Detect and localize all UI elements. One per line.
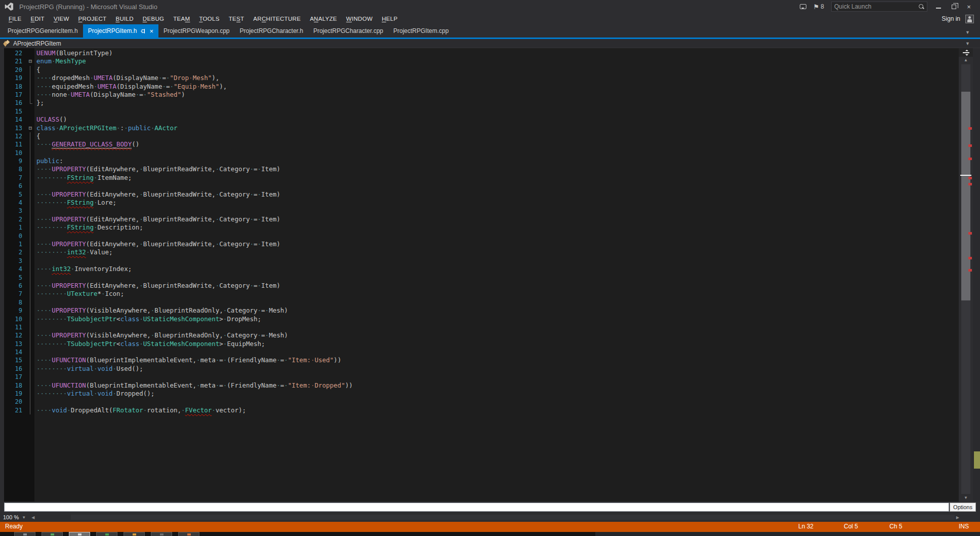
taskbar-app-button[interactable]	[14, 532, 35, 536]
line-number[interactable]: 10	[4, 149, 26, 157]
code-line[interactable]: 13⊟class·AProjectRPGItem·:·public·AActor	[4, 124, 959, 132]
code-text[interactable]: ····equipedMesh·UMETA(DisplayName·=·"Equ…	[34, 83, 959, 91]
code-line[interactable]: 5····UPROPERTY(EditAnywhere,·BlueprintRe…	[4, 190, 959, 199]
code-line[interactable]: 18····UFUNCTION(BlueprintImplementableEv…	[4, 381, 959, 390]
scope-dropdown-value[interactable]: AProjectRPGItem	[13, 40, 61, 47]
sign-in-link[interactable]: Sign in	[942, 15, 960, 22]
line-number[interactable]: 14	[4, 116, 26, 124]
code-line[interactable]: 17	[4, 373, 959, 381]
code-text[interactable]: UENUM(BlueprintType)	[34, 49, 959, 57]
code-text[interactable]: ····UPROPERTY(VisibleAnywhere,·Blueprint…	[34, 307, 959, 315]
line-number[interactable]: 8	[4, 298, 26, 307]
error-mark[interactable]	[968, 183, 972, 185]
close-button[interactable]: ×	[965, 3, 973, 11]
scroll-right-arrow-icon[interactable]: ▶	[954, 515, 962, 520]
code-text[interactable]: class·AProjectRPGItem·:·public·AActor	[34, 124, 959, 132]
code-text[interactable]: ····int32·InventoryIndex;	[34, 265, 959, 273]
code-line[interactable]: 6····UPROPERTY(EditAnywhere,·BlueprintRe…	[4, 282, 959, 290]
code-text[interactable]: ····UPROPERTY(EditAnywhere,·BlueprintRea…	[34, 190, 959, 199]
line-number[interactable]: 10	[4, 315, 26, 323]
line-number[interactable]: 3	[4, 207, 26, 215]
code-text[interactable]: {	[34, 66, 959, 74]
error-mark[interactable]	[968, 177, 972, 179]
code-line[interactable]: 0	[4, 232, 959, 240]
code-text[interactable]	[34, 274, 959, 282]
code-line[interactable]: 14UCLASS()	[4, 116, 959, 124]
taskbar-app-button[interactable]	[69, 532, 90, 536]
line-number[interactable]: 11	[4, 140, 26, 148]
code-text[interactable]: ····UPROPERTY(VisibleAnywhere,·Blueprint…	[34, 331, 959, 339]
code-line[interactable]: 20{	[4, 66, 959, 74]
code-text[interactable]: ········TSubobjectPtr<class·UStaticMeshC…	[34, 315, 959, 323]
code-text[interactable]	[34, 323, 959, 331]
code-text[interactable]	[34, 107, 959, 116]
code-line[interactable]: 8····UPROPERTY(EditAnywhere,·BlueprintRe…	[4, 165, 959, 173]
scroll-down-arrow-icon[interactable]: ▼	[959, 494, 973, 502]
line-number[interactable]: 2	[4, 215, 26, 223]
code-text[interactable]	[34, 373, 959, 381]
code-line[interactable]: 11	[4, 323, 959, 331]
code-text[interactable]	[34, 232, 959, 240]
code-line[interactable]: 10	[4, 149, 959, 157]
fold-collapse-icon[interactable]: ⊟	[26, 57, 34, 65]
code-line[interactable]: 7········FString·ItemName;	[4, 174, 959, 182]
line-number[interactable]: 9	[4, 157, 26, 165]
code-line[interactable]: 4········FString·Lore;	[4, 199, 959, 207]
menu-item-view[interactable]: VIEW	[49, 14, 74, 23]
feedback-icon[interactable]	[800, 4, 806, 9]
pin-icon[interactable]	[140, 28, 146, 34]
line-number[interactable]: 13	[4, 340, 26, 348]
line-number[interactable]: 11	[4, 323, 26, 331]
code-line[interactable]: 6	[4, 182, 959, 190]
tab-projectrpggenericitem.h[interactable]: ProjectRPGGenericItem.h	[3, 24, 83, 37]
line-number[interactable]: 5	[4, 190, 26, 199]
line-number[interactable]: 12	[4, 132, 26, 140]
code-line[interactable]: 9public:	[4, 157, 959, 165]
code-line[interactable]: 15····UFUNCTION(BlueprintImplementableEv…	[4, 356, 959, 364]
line-number[interactable]: 4	[4, 265, 26, 273]
taskbar-app-button[interactable]	[124, 532, 145, 536]
code-line[interactable]: 5	[4, 274, 959, 282]
code-text[interactable]: ····UPROPERTY(EditAnywhere,·BlueprintRea…	[34, 282, 959, 290]
code-line[interactable]: 22UENUM(BlueprintType)	[4, 49, 959, 57]
code-text[interactable]: {	[34, 132, 959, 140]
quick-launch-input[interactable]	[834, 3, 918, 10]
line-number[interactable]: 17	[4, 91, 26, 99]
code-text[interactable]: ····none·UMETA(DisplayName·=·"Stashed")	[34, 91, 959, 99]
line-number[interactable]: 6	[4, 282, 26, 290]
scrollbar-track[interactable]	[961, 64, 970, 494]
menu-item-project[interactable]: PROJECT	[74, 14, 111, 23]
tab-projectrpgitem.h[interactable]: ProjectRPGItem.h×	[83, 24, 158, 37]
line-number[interactable]: 14	[4, 348, 26, 356]
tab-projectrpgweapon.cpp[interactable]: ProjectRPGWeapon.cpp	[158, 24, 235, 37]
line-number[interactable]: 0	[4, 232, 26, 240]
line-number[interactable]: 12	[4, 331, 26, 339]
menu-item-file[interactable]: FILE	[4, 14, 26, 23]
code-line[interactable]: 16};	[4, 99, 959, 107]
tab-projectrpgcharacter.cpp[interactable]: ProjectRPGCharacter.cpp	[308, 24, 388, 37]
line-number[interactable]: 18	[4, 83, 26, 91]
code-line[interactable]: 21····void·DroppedAlt(FRotator·rotation,…	[4, 406, 959, 414]
code-line[interactable]: 19····dropedMesh·UMETA(DisplayName·=·"Dr…	[4, 74, 959, 82]
code-text[interactable]: ········virtual·void·Used();	[34, 365, 959, 373]
code-text[interactable]: ····UFUNCTION(BlueprintImplementableEven…	[34, 381, 959, 390]
line-number[interactable]: 7	[4, 174, 26, 182]
line-number[interactable]: 6	[4, 182, 26, 190]
white-input-bar[interactable]	[4, 503, 949, 512]
zoom-control[interactable]: 100 % ▼	[0, 513, 29, 522]
code-line[interactable]: 12{	[4, 132, 959, 140]
line-number[interactable]: 1	[4, 240, 26, 248]
notifications-flag[interactable]: ⚑ 8	[813, 3, 824, 11]
code-text[interactable]: UCLASS()	[34, 116, 959, 124]
code-line[interactable]: 9····UPROPERTY(VisibleAnywhere,·Blueprin…	[4, 307, 959, 315]
code-lines[interactable]: 22UENUM(BlueprintType)21⊟enum·MeshType20…	[4, 48, 959, 414]
tab-overflow-chevron-icon[interactable]: ▼	[965, 30, 970, 35]
code-text[interactable]: ········FString·Description;	[34, 223, 959, 232]
menu-item-team[interactable]: TEAM	[169, 14, 194, 23]
code-line[interactable]: 2········int32·Value;	[4, 248, 959, 256]
code-text[interactable]: ········virtual·void·Dropped();	[34, 390, 959, 398]
line-number[interactable]: 16	[4, 99, 26, 107]
code-text[interactable]: ····dropedMesh·UMETA(DisplayName·=·"Drop…	[34, 74, 959, 82]
code-line[interactable]: 14	[4, 348, 959, 356]
scroll-left-arrow-icon[interactable]: ◀	[29, 515, 37, 520]
